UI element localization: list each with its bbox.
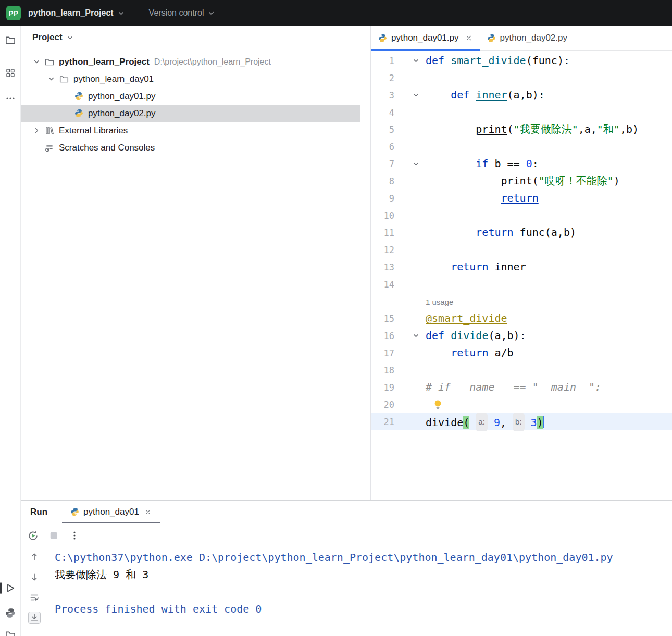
version-control-menu[interactable]: Version control (149, 8, 216, 18)
run-tab[interactable]: python_day01 (62, 501, 160, 523)
python-file-icon (487, 34, 496, 43)
code-line[interactable]: 7 if b == 0: (371, 155, 672, 172)
fold-icon[interactable] (394, 57, 424, 65)
tree-item[interactable]: Scratches and Consoles (21, 139, 370, 156)
project-panel-header[interactable]: Project (21, 26, 370, 49)
folder-icon (45, 57, 54, 67)
code-line[interactable]: 15@smart_divide (371, 310, 672, 327)
code-token: func(a,b) (514, 226, 576, 239)
tab-close-icon[interactable] (144, 508, 152, 516)
code-line[interactable]: 21divide( a: 9, b: 3) (371, 413, 672, 430)
code-line[interactable]: 11 return func(a,b) (371, 224, 672, 241)
code-line[interactable]: 8 print("哎呀！不能除") (371, 172, 672, 190)
tree-item[interactable]: python_learn_ProjectD:\project\python_le… (21, 53, 370, 70)
code-line[interactable]: 19# if __name__ == "__main__": (371, 379, 672, 396)
down-stack-trace-icon[interactable] (28, 571, 41, 583)
run-tab-label: python_day01 (83, 507, 139, 517)
run-panel-title: Run (30, 507, 47, 517)
code-token: (func): (526, 54, 570, 67)
code-line[interactable]: 13 return inner (371, 258, 672, 276)
code-token (426, 346, 451, 359)
code-line[interactable]: 4 (371, 104, 672, 121)
project-panel: Project python_learn_ProjectD:\project\p… (21, 26, 371, 500)
code-line[interactable]: 14 (371, 276, 672, 293)
fold-icon[interactable] (394, 91, 424, 99)
tree-item[interactable]: python_day02.py (21, 105, 360, 122)
inlay-line[interactable]: 1 usage (371, 293, 672, 310)
code-token: b == (488, 157, 526, 170)
code-line[interactable]: 16def divide(a,b): (371, 327, 672, 344)
code-line[interactable]: 10 (371, 207, 672, 224)
line-number: 17 (371, 348, 394, 358)
soft-wrap-icon[interactable] (28, 591, 41, 604)
code-token: inner (488, 260, 526, 273)
scroll-to-end-icon[interactable] (28, 612, 41, 624)
tab-close-icon[interactable] (465, 34, 472, 42)
editor-code[interactable]: 1def smart_divide(func):23 def inner(a,b… (371, 51, 672, 478)
code-line[interactable]: 18 (371, 361, 672, 379)
run-tool-icon[interactable] (5, 582, 16, 594)
fold-icon[interactable] (394, 160, 424, 168)
code-token: a/b (488, 346, 513, 359)
usage-inlay[interactable]: 1 usage (426, 297, 453, 306)
code-token (426, 174, 501, 187)
chevron-down-icon[interactable] (32, 58, 41, 66)
line-number: 5 (371, 124, 394, 135)
code-token: ) (614, 174, 620, 187)
code-token: # if __name__ == "__main__": (426, 381, 601, 393)
project-tool-icon[interactable] (5, 34, 16, 46)
code-line[interactable]: 2 (371, 69, 672, 86)
code-token: : (532, 157, 539, 170)
code-token: , (500, 416, 506, 429)
line-number: 14 (371, 279, 394, 290)
tree-item[interactable]: python_day01.py (21, 88, 370, 105)
parameter-hint: a: (476, 413, 488, 431)
line-number: 19 (371, 382, 394, 393)
project-badge: PP (6, 6, 21, 20)
version-control-label: Version control (149, 8, 204, 18)
code-line[interactable]: 12 (371, 241, 672, 258)
python-console-icon[interactable] (5, 607, 16, 619)
python-icon (74, 92, 83, 101)
code-line[interactable]: 9 return (371, 190, 672, 207)
line-number: 7 (371, 159, 394, 169)
tree-item[interactable]: External Libraries (21, 122, 370, 139)
console-output[interactable]: C:\python37\python.exe D:\project\python… (55, 549, 667, 636)
code-line[interactable]: 17 return a/b (371, 344, 672, 361)
code-token: return (501, 192, 539, 204)
code-line[interactable]: 6 (371, 138, 672, 155)
code-token (469, 416, 476, 429)
more-tools-icon[interactable] (5, 93, 16, 104)
active-tool-indicator (0, 582, 2, 594)
text-caret (543, 416, 544, 428)
code-token: inner (476, 89, 507, 101)
editor-tab[interactable]: python_day02.py (480, 26, 575, 50)
code-token: "哎呀！不能除" (539, 174, 614, 187)
structure-tool-icon[interactable] (5, 67, 16, 79)
code-token (426, 89, 451, 101)
code-token: print (476, 123, 507, 135)
tree-item[interactable]: python_learn_day01 (21, 70, 370, 88)
up-stack-trace-icon[interactable] (28, 551, 41, 563)
tree-item-label: python_learn_day01 (73, 74, 154, 84)
stop-icon[interactable] (48, 530, 59, 541)
chevron-down-icon[interactable] (47, 75, 55, 83)
project-selector[interactable]: python_learn_Project (28, 8, 125, 18)
intention-bulb-icon[interactable] (433, 400, 443, 409)
clipped-tool-icon[interactable] (5, 629, 16, 636)
more-options-icon[interactable] (69, 530, 80, 541)
code-token: "我要做除法" (514, 123, 578, 135)
run-tool-window: Run python_day01 C:\python37\python.exe … (21, 500, 672, 636)
rerun-icon[interactable] (27, 530, 39, 541)
code-line[interactable]: 5 print("我要做除法",a,"和",b) (371, 121, 672, 138)
code-line[interactable]: 20 (371, 396, 672, 413)
code-line[interactable]: 3 def inner(a,b): (371, 86, 672, 104)
code-token: def (426, 329, 444, 342)
tree-item-path: D:\project\python_learn_Project (154, 57, 271, 67)
fold-icon[interactable] (394, 332, 424, 340)
editor-tab[interactable]: python_day01.py (371, 26, 480, 50)
line-number: 10 (371, 210, 394, 221)
code-line[interactable]: 1def smart_divide(func): (371, 52, 672, 69)
code-token: ( (463, 416, 469, 429)
chevron-right-icon[interactable] (32, 127, 41, 134)
